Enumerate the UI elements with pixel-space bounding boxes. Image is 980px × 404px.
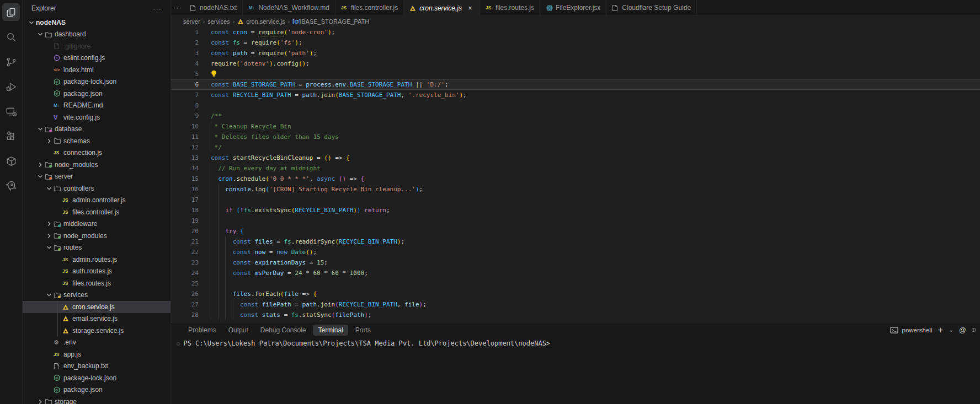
tab-nodenas-txt[interactable]: nodeNAS.txt (184, 0, 243, 15)
code-line-17[interactable]: 17 (171, 195, 980, 205)
code-line-14[interactable]: 14 // Run every day at midnight (171, 163, 980, 174)
tree-item-package-json[interactable]: package.json (23, 88, 171, 100)
tree-item-env-backup-txt[interactable]: env_backup.txt (23, 360, 171, 373)
tree-item-controllers[interactable]: controllers (23, 182, 171, 195)
tree-item-node-modules[interactable]: node_modules (23, 159, 171, 171)
activity-item-source-control[interactable] (2, 53, 20, 71)
code-line-21[interactable]: 21 const files = fs.readdirSync(RECYCLE_… (171, 236, 980, 247)
terminal-profile-chevron-icon[interactable]: ⌄ (949, 327, 953, 333)
tree-item-index-html[interactable]: </>index.html (23, 64, 171, 76)
code-editor[interactable]: 1const cron = require('node-cron');2cons… (171, 27, 980, 322)
code-line-9[interactable]: 9/** (171, 111, 980, 121)
activity-item-search[interactable] (2, 28, 20, 46)
tree-item-eslint-config-js[interactable]: eslint.config.js (23, 52, 171, 64)
activity-item-remote-explorer[interactable] (2, 103, 20, 120)
tree-item-label: email.service.js (72, 315, 118, 322)
code-line-12[interactable]: 12 */ (171, 142, 980, 153)
close-tab-icon[interactable]: × (466, 4, 474, 12)
tree-item-nodenas[interactable]: nodeNAS (23, 17, 171, 29)
tree-item-package-json[interactable]: package.json (23, 384, 171, 396)
tree-item-storage-service-js[interactable]: storage.service.js (23, 325, 171, 337)
sidebar-more-actions-button[interactable]: ··· (151, 4, 164, 13)
tree-item-email-service-js[interactable]: email.service.js (23, 313, 171, 325)
tree-item-cron-service-js[interactable]: cron.service.js (23, 301, 171, 313)
activity-item-run-debug[interactable] (2, 78, 20, 95)
tree-item-admin-routes-js[interactable]: JSadmin.routes.js (23, 254, 171, 266)
tab-nodenas-workflow-md[interactable]: M↓NodeNAS_Workflow.md (243, 0, 335, 15)
code-line-3[interactable]: 3const path = require('path'); (171, 48, 980, 58)
tree-item-package-lock-json[interactable]: package-lock.json (23, 372, 171, 384)
tree-item-node-modules[interactable]: node_modules (23, 230, 171, 242)
code-line-13[interactable]: 13const startRecycleBinCleanup = () => { (171, 153, 980, 163)
tab-overflow-button[interactable]: ··· (171, 0, 184, 15)
tab-fileexplorer-jsx[interactable]: FileExplorer.jsx (540, 0, 606, 15)
tree-item-app-js[interactable]: JSapp.js (23, 348, 171, 360)
tree-item-connection-js[interactable]: JSconnection.js (23, 147, 171, 159)
code-line-18[interactable]: 18 if (!fs.existsSync(RECYCLE_BIN_PATH))… (171, 205, 980, 216)
code-line-25[interactable]: 25 (171, 278, 980, 289)
tab-cron-service-js[interactable]: cron.service.js× (404, 0, 480, 16)
panel-tab-problems[interactable]: Problems (183, 325, 221, 336)
breadcrumb-item-server[interactable]: server (183, 18, 200, 25)
tree-item-vite-config-js[interactable]: Vvite.config.js (23, 111, 171, 123)
tab-files-routes-js[interactable]: JSfiles.routes.js (480, 0, 540, 15)
activity-item-extensions[interactable] (2, 127, 20, 145)
tab-label: files.routes.js (496, 4, 534, 12)
tree-item-admin-controller-js[interactable]: JSadmin.controller.js (23, 195, 171, 207)
terminal-viewport[interactable]: ○ PS C:\Users\Lokesh Patra\Documents\Pro… (171, 337, 980, 404)
code-line-19[interactable]: 19 (171, 216, 980, 226)
activity-item-explorer[interactable] (2, 3, 20, 21)
tree-item-gitignore[interactable]: .gitignore (23, 40, 171, 52)
tree-item-database[interactable]: database (23, 123, 171, 136)
tree-item-services[interactable]: services (23, 289, 171, 301)
code-line-5[interactable]: 5 (171, 69, 980, 79)
service-icon (62, 315, 72, 322)
code-line-4[interactable]: 4require('dotenv').config(); (171, 58, 980, 69)
code-line-16[interactable]: 16 console.log('[CRON] Starting Recycle … (171, 184, 980, 195)
activity-item-containers[interactable] (2, 152, 20, 170)
tree-item-routes[interactable]: routes (23, 242, 171, 254)
tree-item-package-lock-json[interactable]: package-lock.json (23, 76, 171, 88)
tree-item-server[interactable]: server (23, 171, 171, 183)
line-number: 23 (171, 257, 211, 268)
tree-item-auth-routes-js[interactable]: JSauth.routes.js (23, 266, 171, 278)
code-line-2[interactable]: 2const fs = require('fs'); (171, 37, 980, 48)
code-line-11[interactable]: 11 * Deletes files older than 15 days (171, 132, 980, 142)
terminal-shell-selector[interactable]: powershell (890, 326, 932, 334)
code-line-24[interactable]: 24 const msPerDay = 24 * 60 * 60 * 1000; (171, 268, 980, 278)
tree-item-storage[interactable]: storage (23, 396, 171, 404)
panel-tab-output[interactable]: Output (223, 325, 253, 336)
tree-item-files-routes-js[interactable]: JSfiles.routes.js (23, 277, 171, 289)
code-line-text (211, 278, 980, 289)
tree-item-readme-md[interactable]: M↓README.md (23, 100, 171, 112)
code-line-28[interactable]: 28 const stats = fs.statSync(filePath); (171, 310, 980, 320)
code-line-6[interactable]: 6const BASE_STORAGE_PATH = process.env.B… (171, 79, 980, 90)
tree-item-middleware[interactable]: middleware (23, 218, 171, 230)
terminal-at-button[interactable]: @ (959, 326, 966, 334)
code-line-20[interactable]: 20 try { (171, 226, 980, 236)
tree-item-env[interactable]: ⚙.env (23, 337, 171, 349)
code-line-7[interactable]: 7const RECYCLE_BIN_PATH = path.join(BASE… (171, 90, 980, 100)
tab-cloudflare-setup-guide[interactable]: Cloudflare Setup Guide (606, 0, 697, 15)
code-line-10[interactable]: 10 * Cleanup Recycle Bin (171, 121, 980, 132)
code-line-27[interactable]: 27 const filePath = path.join(RECYCLE_BI… (171, 299, 980, 310)
tree-item-dashboard[interactable]: dashboard (23, 29, 171, 41)
code-line-26[interactable]: 26 files.forEach(file => { (171, 289, 980, 299)
panel-tab-debug-console[interactable]: Debug Console (255, 325, 311, 336)
split-terminal-icon[interactable] (972, 326, 976, 333)
tree-item-files-controller-js[interactable]: JSfiles.controller.js (23, 206, 171, 218)
breadcrumb-item-services[interactable]: services (207, 18, 230, 25)
panel-tab-terminal[interactable]: Terminal (313, 325, 348, 336)
code-line-22[interactable]: 22 const now = new Date(); (171, 247, 980, 257)
code-line-15[interactable]: 15 cron.schedule('0 0 * * *', async () =… (171, 174, 980, 184)
panel-tab-ports[interactable]: Ports (350, 325, 376, 336)
code-line-8[interactable]: 8 (171, 100, 980, 111)
breadcrumb-item-base-storage-path[interactable]: [@]BASE_STORAGE_PATH (292, 18, 369, 25)
tab-files-controller-js[interactable]: JSfiles.controller.js (335, 0, 404, 15)
new-terminal-button[interactable]: + (938, 325, 943, 336)
code-line-23[interactable]: 23 const expirationDays = 15; (171, 257, 980, 268)
tree-item-schemas[interactable]: schemas (23, 135, 171, 147)
activity-item-deploy[interactable] (2, 177, 20, 195)
code-line-1[interactable]: 1const cron = require('node-cron'); (171, 27, 980, 37)
breadcrumb-item-cron-service-js[interactable]: cron.service.js (237, 18, 285, 25)
